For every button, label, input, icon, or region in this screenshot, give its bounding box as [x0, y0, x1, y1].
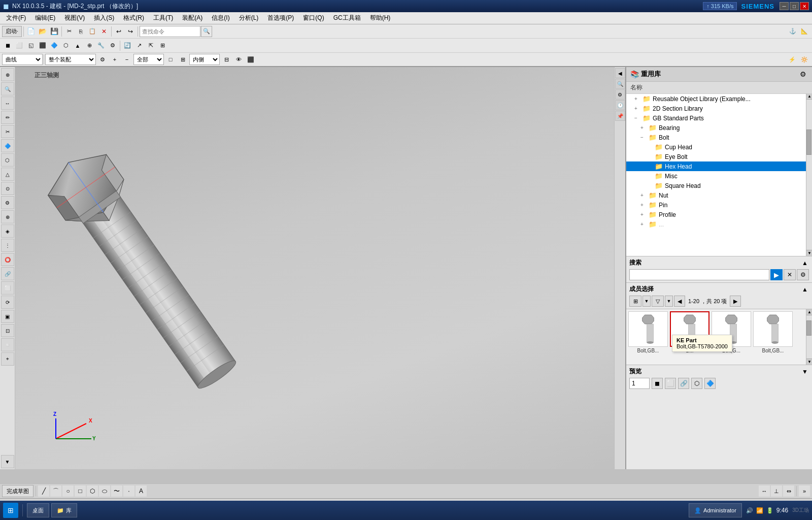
sidebar-btn-16[interactable]: ⬜ — [1, 281, 14, 295]
filter-cross-btn[interactable]: ⊞ — [177, 54, 188, 65]
sidebar-btn-14[interactable]: ⭕ — [1, 253, 14, 266]
filter-view-btn[interactable]: 👁 — [233, 54, 244, 65]
menu-gctoolbox[interactable]: GC工具箱 — [329, 13, 365, 23]
copy-btn[interactable]: ⎘ — [75, 26, 86, 37]
rfloat-btn-4[interactable]: 🕐 — [615, 100, 625, 110]
tb2-btn12[interactable]: ↗ — [133, 40, 145, 51]
search-command-btn[interactable]: 🔍 — [201, 26, 212, 37]
open-btn[interactable]: 📂 — [37, 26, 48, 37]
filter-dropdown-4[interactable]: 内侧 — [189, 54, 220, 65]
menu-insert[interactable]: 插入(S) — [90, 13, 118, 23]
tree-item-more[interactable]: + 📁 ... — [626, 219, 812, 229]
menu-assembly[interactable]: 装配(A) — [178, 13, 207, 23]
sidebar-btn-18[interactable]: ▣ — [1, 310, 14, 323]
member-filter-btn[interactable]: ▽ — [652, 296, 664, 307]
tb2-btn10[interactable]: ⚙ — [107, 40, 118, 51]
filter-dropdown-2[interactable]: 整个装配 — [45, 54, 96, 65]
panel-settings-btn[interactable]: ⚙ — [798, 69, 808, 79]
library-tree[interactable]: + 📁 Reusable Object Library (Example... … — [626, 94, 812, 256]
tree-item-bearing[interactable]: + 📁 Bearing — [626, 123, 812, 133]
tree-item-eyebolt[interactable]: + 📁 Eye Bolt — [626, 152, 812, 161]
status-more-btn[interactable]: » — [799, 485, 810, 497]
tree-item-profile[interactable]: + 📁 Profile — [626, 210, 812, 219]
scroll-down-btn[interactable]: ▼ — [806, 250, 812, 256]
taskbar-library-btn[interactable]: 📁 库 — [51, 503, 77, 517]
tb2-btn4[interactable]: ⬛ — [37, 40, 48, 51]
menu-edit[interactable]: 编辑(E) — [31, 13, 59, 23]
menu-analysis[interactable]: 分析(L) — [235, 13, 263, 23]
viewport-canvas[interactable]: X Y Z 正三轴测 — [15, 67, 625, 469]
tree-item-cuphead[interactable]: + 📁 Cup Head — [626, 142, 812, 152]
menu-tools[interactable]: 工具(T) — [149, 13, 177, 23]
filter-dropdown-3[interactable]: 全部 — [133, 54, 164, 65]
status-circle-btn[interactable]: ○ — [62, 485, 74, 497]
search-command-input[interactable] — [140, 26, 200, 37]
search-library-input[interactable] — [629, 269, 769, 280]
sidebar-btn-19[interactable]: ⊡ — [1, 324, 14, 337]
delete-btn[interactable]: ✕ — [98, 26, 110, 37]
tb2-btn11[interactable]: 🔄 — [122, 40, 133, 51]
undo-btn[interactable]: ↩ — [113, 26, 124, 37]
start-btn[interactable]: ⊞ — [3, 503, 18, 518]
search-clear-btn[interactable]: ✕ — [784, 269, 796, 280]
thumb-scroll-up[interactable]: ▲ — [806, 309, 812, 315]
sidebar-btn-8[interactable]: △ — [1, 168, 14, 181]
filter-dropdown-1[interactable]: 曲线 — [2, 54, 43, 65]
preview-btn-2[interactable]: ⬜ — [665, 378, 676, 389]
tb2-btn6[interactable]: ⬡ — [60, 40, 72, 51]
menu-format[interactable]: 格式(R) — [119, 13, 148, 23]
menu-help[interactable]: 帮助(H) — [366, 13, 395, 23]
status-ellipse-btn[interactable]: ⬭ — [99, 485, 110, 497]
tree-item-nut[interactable]: + 📁 Nut — [626, 190, 812, 200]
tree-item-bolt[interactable]: − 📁 Bolt — [626, 133, 812, 142]
filter-cube-btn[interactable]: ⬛ — [245, 54, 256, 65]
tree-item-misc[interactable]: + 📁 Misc — [626, 171, 812, 181]
tb2-btn1[interactable]: ◼ — [2, 40, 13, 51]
sidebar-btn-4[interactable]: ✏ — [1, 111, 14, 124]
rfloat-btn-2[interactable]: 🔍 — [615, 79, 625, 89]
filter-extra-2[interactable]: 🔆 — [799, 54, 810, 65]
scroll-up-btn[interactable]: ▲ — [806, 93, 812, 100]
tree-item-hexhead[interactable]: + 📁 Hex Head — [626, 161, 812, 171]
preview-btn-3[interactable]: 🔗 — [678, 378, 689, 389]
thumbnail-item-4[interactable]: Bolt,GB... — [753, 311, 793, 363]
sidebar-btn-3[interactable]: ↔ — [1, 96, 14, 110]
member-filter-dropdown-btn[interactable]: ▼ — [665, 296, 673, 307]
filter-btn-3[interactable]: − — [121, 54, 132, 65]
tree-item-pin[interactable]: + 📁 Pin — [626, 200, 812, 210]
window-max-btn[interactable]: □ — [790, 2, 799, 10]
scroll-thumb[interactable] — [806, 129, 811, 155]
preview-btn-1[interactable]: ◼ — [652, 378, 663, 389]
snap-btn[interactable]: ⚓ — [787, 26, 798, 37]
window-min-btn[interactable]: ─ — [780, 2, 789, 10]
sidebar-btn-11[interactable]: ⊕ — [1, 210, 14, 223]
tb2-btn8[interactable]: ⊕ — [84, 40, 95, 51]
member-expand-btn[interactable]: ▲ — [801, 285, 809, 294]
sidebar-btn-21[interactable]: ⌖ — [1, 352, 14, 366]
save-btn[interactable]: 💾 — [49, 26, 60, 37]
thumb-scroll-thumb[interactable] — [806, 320, 811, 336]
filter-btn-1[interactable]: ⚙ — [97, 54, 108, 65]
member-dropdown-btn[interactable]: ▼ — [642, 296, 651, 307]
thumb-scroll-down[interactable]: ▼ — [806, 359, 812, 365]
tree-item-2dsection[interactable]: + 📁 2D Section Library — [626, 104, 812, 113]
search-go-btn[interactable]: ▶ — [770, 269, 783, 280]
sidebar-more[interactable]: ▼ — [1, 455, 14, 468]
menu-file[interactable]: 文件(F) — [2, 13, 30, 23]
status-line-btn[interactable]: ╱ — [38, 485, 49, 497]
status-text-btn[interactable]: A — [136, 485, 147, 497]
status-mirror-btn[interactable]: ⇔ — [783, 485, 794, 497]
new-btn[interactable]: 📄 — [25, 26, 37, 37]
sidebar-btn-17[interactable]: ⟳ — [1, 296, 14, 309]
sidebar-btn-10[interactable]: ⚙ — [1, 196, 14, 209]
paste-btn[interactable]: 📋 — [87, 26, 98, 37]
sidebar-btn-6[interactable]: 🔷 — [1, 139, 14, 152]
status-const-btn[interactable]: ⊥ — [771, 485, 782, 497]
member-prev-btn[interactable]: ◀ — [674, 296, 685, 307]
menu-preferences[interactable]: 首选项(P) — [263, 13, 298, 23]
taskbar-user-btn[interactable]: 👤 Administrator — [689, 503, 742, 517]
sidebar-btn-7[interactable]: ⬡ — [1, 153, 14, 167]
preview-expand-btn[interactable]: ▼ — [801, 368, 809, 376]
rfloat-btn-1[interactable]: ◀ — [615, 68, 625, 78]
preview-btn-4[interactable]: ⬡ — [691, 378, 702, 389]
